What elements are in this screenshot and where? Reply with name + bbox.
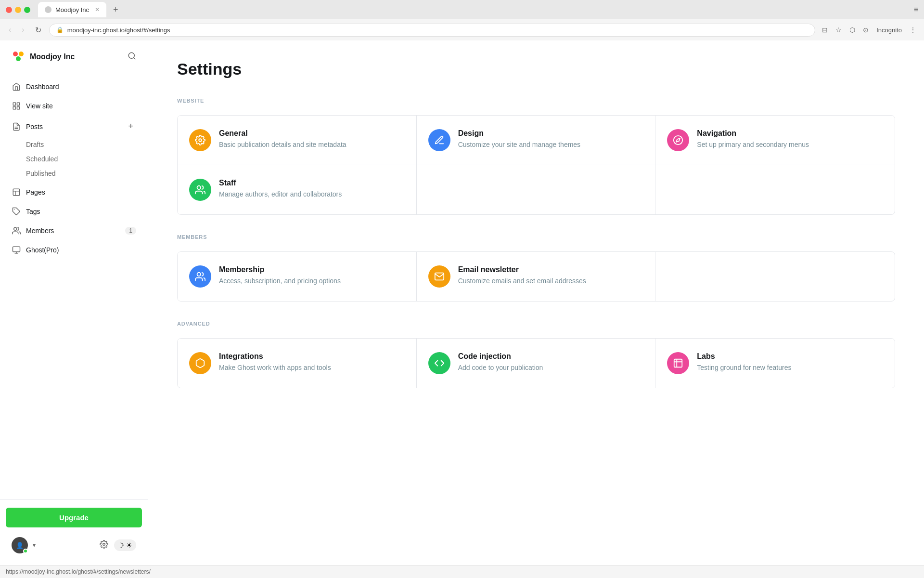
page-title: Settings [177, 60, 895, 79]
incognito-label: Incognito [874, 25, 904, 36]
labs-description: Testing ground for new features [697, 363, 791, 373]
window-menu-button[interactable]: ≡ [914, 5, 918, 13]
membership-description: Access, subscription, and pricing option… [219, 276, 341, 286]
svg-point-21 [674, 136, 682, 144]
cast-icon[interactable]: ⊟ [820, 24, 830, 36]
lock-icon: 🔒 [56, 26, 64, 33]
browser-menu-icon[interactable]: ⋮ [908, 24, 918, 36]
moon-icon: ☽ [118, 541, 124, 549]
sidebar-item-pages[interactable]: Pages [6, 183, 142, 202]
sidebar-nav: Dashboard View site [0, 73, 148, 499]
sidebar-item-drafts[interactable]: Drafts [20, 137, 142, 152]
sidebar-item-members[interactable]: Members 1 [6, 221, 142, 240]
svg-rect-7 [17, 107, 20, 109]
membership-card-content: Membership Access, subscription, and pri… [219, 265, 341, 286]
navigation-card-content: Navigation Set up primary and secondary … [697, 129, 809, 150]
search-icon[interactable] [128, 52, 136, 63]
membership-card[interactable]: Membership Access, subscription, and pri… [178, 252, 417, 301]
forward-button[interactable]: › [19, 24, 27, 36]
tab-title: Moodjoy Inc [55, 6, 89, 13]
sidebar-footer: 👤 ▾ ☽ ☀ [6, 533, 142, 557]
sidebar-item-dashboard[interactable]: Dashboard [6, 77, 142, 96]
members-badge: 1 [125, 227, 136, 235]
svg-rect-11 [13, 189, 20, 196]
maximize-dot[interactable] [24, 7, 30, 13]
address-bar[interactable]: 🔒 moodjoy-inc.ghost.io/ghost/#/settings [49, 24, 816, 37]
url-text: moodjoy-inc.ghost.io/ghost/#/settings [67, 26, 170, 34]
browser-chrome: Moodjoy Inc ✕ + ≡ ‹ › ↻ 🔒 moodjoy-inc.gh… [0, 0, 924, 40]
extensions-icon[interactable]: ⬡ [847, 24, 857, 36]
user-initials: 👤 [16, 542, 24, 549]
sidebar-logo[interactable]: Moodjoy Inc [12, 50, 75, 64]
email-newsletter-title: Email newsletter [458, 265, 586, 274]
members-label: Members [26, 227, 54, 235]
labs-icon [667, 352, 689, 374]
members-settings-grid: Membership Access, subscription, and pri… [177, 251, 895, 302]
sidebar-item-view-site[interactable]: View site [6, 96, 142, 116]
bookmark-icon[interactable]: ☆ [834, 24, 844, 36]
back-button[interactable]: ‹ [6, 24, 14, 36]
svg-point-19 [103, 543, 105, 546]
email-newsletter-card[interactable]: Email newsletter Customize emails and se… [417, 252, 656, 301]
members-icon [12, 226, 21, 236]
members-section-label: MEMBERS [177, 234, 895, 240]
sidebar-item-published[interactable]: Published [20, 166, 142, 181]
sidebar-item-ghost-pro[interactable]: Ghost(Pro) [6, 240, 142, 260]
integrations-title: Integrations [219, 352, 331, 361]
labs-card-content: Labs Testing ground for new features [697, 352, 791, 373]
window-controls: ≡ [914, 5, 918, 14]
staff-card-content: Staff Manage authors, editor and collabo… [219, 179, 342, 199]
website-section: WEBSITE General Basic publication detail… [177, 98, 895, 215]
staff-card[interactable]: Staff Manage authors, editor and collabo… [178, 165, 417, 214]
tab-close-button[interactable]: ✕ [95, 6, 100, 13]
svg-point-24 [197, 273, 201, 276]
svg-point-2 [16, 56, 21, 61]
status-bar: https://moodjoy-inc.ghost.io/ghost/#/set… [0, 565, 924, 578]
labs-title: Labs [697, 352, 791, 361]
svg-rect-5 [13, 103, 15, 105]
tab-favicon [45, 6, 51, 13]
staff-description: Manage authors, editor and collaborators [219, 189, 342, 199]
profile-icon[interactable]: ⊙ [861, 24, 871, 36]
advanced-settings-grid: Integrations Make Ghost work with apps a… [177, 338, 895, 388]
browser-tab[interactable]: Moodjoy Inc ✕ [38, 2, 106, 17]
svg-rect-16 [13, 247, 20, 252]
minimize-dot[interactable] [15, 7, 21, 13]
posts-nav-main: Posts [12, 122, 43, 131]
add-post-button[interactable]: + [125, 120, 136, 132]
navigation-card[interactable]: Navigation Set up primary and secondary … [655, 116, 895, 165]
code-injection-card[interactable]: Code injection Add code to your publicat… [417, 339, 656, 388]
user-menu[interactable]: 👤 ▾ [6, 533, 41, 557]
scheduled-label: Scheduled [26, 155, 58, 163]
refresh-button[interactable]: ↻ [32, 24, 44, 37]
design-icon [428, 129, 450, 151]
new-tab-button[interactable]: + [110, 5, 121, 15]
posts-section: Posts + Drafts Scheduled Published [6, 116, 142, 181]
pages-label: Pages [26, 188, 45, 196]
integrations-card[interactable]: Integrations Make Ghost work with apps a… [178, 339, 417, 388]
navigation-title: Navigation [697, 129, 809, 138]
status-url: https://moodjoy-inc.ghost.io/ghost/#/set… [6, 568, 151, 575]
upgrade-button[interactable]: Upgrade [6, 508, 142, 527]
svg-point-0 [13, 52, 18, 56]
sidebar-bottom: Upgrade 👤 ▾ [0, 499, 148, 565]
labs-card[interactable]: Labs Testing ground for new features [655, 339, 895, 388]
sidebar-item-posts[interactable]: Posts + [6, 116, 142, 137]
design-card[interactable]: Design Customize your site and manage th… [417, 116, 656, 165]
logo-icon [12, 50, 25, 64]
sidebar: Moodjoy Inc Dashboard [0, 40, 148, 565]
general-title: General [219, 129, 346, 138]
theme-toggle[interactable]: ☽ ☀ [114, 539, 136, 551]
sidebar-item-scheduled[interactable]: Scheduled [20, 152, 142, 166]
design-title: Design [458, 129, 580, 138]
chevron-down-icon: ▾ [33, 542, 36, 549]
general-icon [189, 129, 211, 151]
pages-icon [12, 187, 21, 197]
general-card[interactable]: General Basic publication details and si… [178, 116, 417, 165]
integrations-icon [189, 352, 211, 374]
drafts-label: Drafts [26, 141, 44, 148]
integrations-card-content: Integrations Make Ghost work with apps a… [219, 352, 331, 373]
close-dot[interactable] [6, 7, 12, 13]
sidebar-item-tags[interactable]: Tags [6, 202, 142, 221]
settings-gear-icon[interactable] [100, 540, 108, 551]
